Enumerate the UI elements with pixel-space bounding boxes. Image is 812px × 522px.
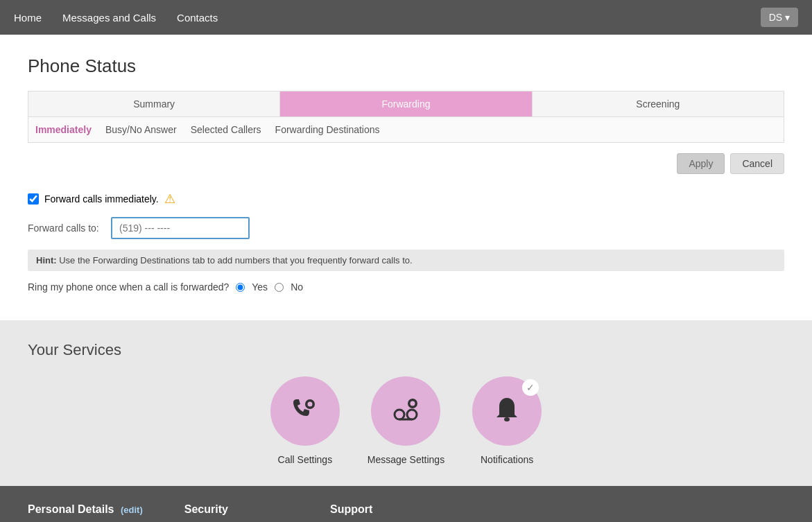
- hint-text: Use the Forwarding Destinations tab to a…: [57, 255, 413, 266]
- svg-point-6: [411, 401, 415, 406]
- service-notifications[interactable]: ✓ Notifications: [472, 376, 542, 465]
- tab-forwarding-destinations[interactable]: Forwarding Destinations: [275, 123, 380, 137]
- tab-forwarding[interactable]: Forwarding: [280, 92, 532, 116]
- secondary-tabs: Immediately Busy/No Answer Selected Call…: [28, 117, 784, 143]
- support-title: Support: [330, 503, 393, 516]
- cancel-button[interactable]: Cancel: [730, 153, 784, 174]
- forward-immediately-label: Forward calls immediately.: [44, 193, 159, 205]
- form-area: Forward calls immediately. ⚠ Forward cal…: [28, 184, 784, 299]
- services-icons: Call Settings Message Settings: [28, 376, 784, 465]
- services-section: Your Services Call Settings: [0, 320, 812, 486]
- footer-security: Security Change Password Change Call Ser…: [184, 503, 288, 522]
- forward-immediately-row: Forward calls immediately. ⚠: [28, 191, 784, 207]
- bell-icon: [490, 394, 524, 428]
- forward-immediately-checkbox[interactable]: [28, 193, 39, 205]
- forward-to-label: Forward calls to:: [28, 223, 104, 234]
- svg-point-3: [407, 410, 417, 419]
- hint-label: Hint:: [36, 255, 57, 266]
- message-settings-circle: [371, 376, 440, 446]
- forward-to-row: Forward calls to:: [28, 217, 784, 239]
- footer: Personal Details (edit) Devices Security…: [0, 486, 812, 522]
- ring-no-radio[interactable]: [275, 283, 284, 292]
- nav-contacts[interactable]: Contacts: [177, 12, 218, 24]
- security-title: Security: [184, 503, 288, 516]
- tab-selected-callers[interactable]: Selected Callers: [191, 123, 261, 137]
- message-settings-label: Message Settings: [368, 454, 444, 465]
- nav-home[interactable]: Home: [14, 12, 42, 24]
- personal-details-title: Personal Details (edit): [28, 503, 143, 516]
- tab-summary[interactable]: Summary: [28, 92, 280, 116]
- primary-tabs: Summary Forwarding Screening: [28, 91, 784, 117]
- page-title: Phone Status: [28, 55, 784, 77]
- main-content: Phone Status Summary Forwarding Screenin…: [0, 35, 812, 320]
- svg-point-2: [395, 410, 404, 419]
- ring-question: Ring my phone once when a call is forwar…: [28, 281, 229, 293]
- tab-immediately[interactable]: Immediately: [35, 123, 92, 137]
- notifications-circle: ✓: [472, 376, 542, 446]
- call-settings-circle: [270, 376, 340, 446]
- footer-personal: Personal Details (edit) Devices: [28, 503, 143, 522]
- hint-box: Hint: Use the Forwarding Destinations ta…: [28, 250, 784, 271]
- forward-to-input[interactable]: [111, 217, 250, 239]
- tab-screening[interactable]: Screening: [533, 92, 784, 116]
- ring-no-label: No: [291, 281, 303, 293]
- service-message-settings[interactable]: Message Settings: [368, 376, 444, 465]
- personal-edit-link[interactable]: (edit): [121, 505, 143, 515]
- warning-icon: ⚠: [164, 191, 175, 207]
- svg-point-7: [504, 417, 510, 421]
- phone-gear-icon: [288, 394, 322, 428]
- message-gear-icon: [388, 394, 423, 428]
- navbar: Home Messages and Calls Contacts DS ▾: [0, 0, 812, 35]
- navbar-right: DS ▾: [761, 8, 798, 27]
- ring-row: Ring my phone once when a call is forwar…: [28, 281, 784, 293]
- apply-button[interactable]: Apply: [677, 153, 725, 174]
- user-menu-button[interactable]: DS ▾: [761, 8, 798, 27]
- personal-title-text: Personal Details: [28, 503, 114, 515]
- ring-yes-radio[interactable]: [236, 283, 245, 292]
- nav-messages[interactable]: Messages and Calls: [62, 12, 156, 24]
- services-title: Your Services: [28, 341, 784, 359]
- call-settings-label: Call Settings: [278, 454, 333, 465]
- svg-point-1: [307, 402, 312, 407]
- notifications-checkmark: ✓: [522, 379, 539, 396]
- footer-support: Support Help Send Feedback: [330, 503, 393, 522]
- ring-yes-label: Yes: [252, 281, 268, 293]
- service-call-settings[interactable]: Call Settings: [270, 376, 340, 465]
- tab-busy-no-answer[interactable]: Busy/No Answer: [105, 123, 177, 137]
- notifications-label: Notifications: [481, 454, 533, 465]
- action-buttons: Apply Cancel: [28, 153, 784, 174]
